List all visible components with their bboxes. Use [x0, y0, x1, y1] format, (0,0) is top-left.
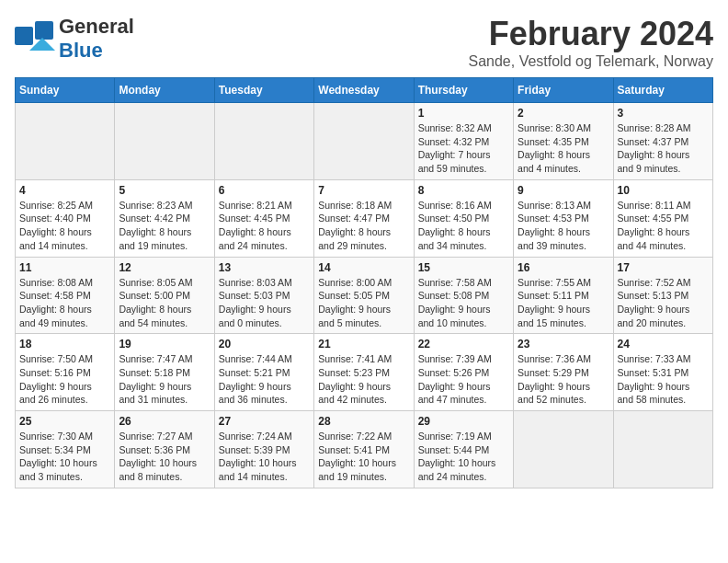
svg-marker-2: [29, 38, 55, 51]
day-number: 6: [219, 184, 310, 197]
day-number: 2: [518, 107, 609, 120]
day-detail: Sunrise: 8:16 AMSunset: 4:50 PMDaylight:…: [418, 199, 509, 253]
day-detail: Sunrise: 8:23 AMSunset: 4:42 PMDaylight:…: [119, 199, 210, 253]
day-detail: Sunrise: 8:30 AMSunset: 4:35 PMDaylight:…: [518, 121, 609, 176]
day-number: 23: [518, 338, 609, 350]
calendar-cell: 9Sunrise: 8:13 AMSunset: 4:53 PMDaylight…: [514, 179, 613, 257]
day-number: 5: [119, 184, 210, 197]
calendar-cell: 21Sunrise: 7:41 AMSunset: 5:23 PMDayligh…: [314, 334, 414, 411]
day-number: 9: [518, 184, 609, 197]
day-number: 15: [418, 261, 509, 274]
calendar-cell: [214, 103, 313, 180]
day-detail: Sunrise: 7:36 AMSunset: 5:29 PMDaylight:…: [518, 352, 609, 407]
month-title: February 2024: [468, 15, 713, 53]
day-detail: Sunrise: 8:03 AMSunset: 5:03 PMDaylight:…: [219, 276, 310, 330]
day-detail: Sunrise: 7:22 AMSunset: 5:41 PMDaylight:…: [318, 430, 409, 484]
day-number: 21: [318, 338, 409, 350]
title-block: February 2024 Sande, Vestfold og Telemar…: [468, 15, 713, 70]
weekday-header-tuesday: Tuesday: [214, 78, 313, 103]
day-number: 18: [19, 338, 110, 350]
weekday-header-friday: Friday: [514, 78, 613, 103]
calendar-cell: 20Sunrise: 7:44 AMSunset: 5:21 PMDayligh…: [214, 334, 313, 411]
weekday-header-monday: Monday: [115, 78, 214, 103]
calendar-cell: 8Sunrise: 8:16 AMSunset: 4:50 PMDaylight…: [414, 179, 513, 257]
day-number: 19: [119, 338, 210, 350]
day-number: 28: [318, 415, 409, 428]
weekday-header-sunday: Sunday: [16, 78, 115, 103]
calendar-cell: 12Sunrise: 8:05 AMSunset: 5:00 PMDayligh…: [115, 257, 214, 334]
day-number: 1: [418, 107, 509, 120]
day-detail: Sunrise: 8:08 AMSunset: 4:58 PMDaylight:…: [19, 276, 110, 330]
calendar-cell: 29Sunrise: 7:19 AMSunset: 5:44 PMDayligh…: [414, 411, 513, 488]
calendar-cell: 5Sunrise: 8:23 AMSunset: 4:42 PMDaylight…: [115, 179, 214, 257]
day-detail: Sunrise: 8:11 AMSunset: 4:55 PMDaylight:…: [618, 199, 709, 253]
day-number: 22: [418, 338, 509, 350]
day-detail: Sunrise: 7:55 AMSunset: 5:11 PMDaylight:…: [518, 276, 609, 330]
day-detail: Sunrise: 8:21 AMSunset: 4:45 PMDaylight:…: [219, 199, 310, 253]
day-number: 4: [19, 184, 110, 197]
day-detail: Sunrise: 8:25 AMSunset: 4:40 PMDaylight:…: [19, 199, 110, 253]
day-number: 13: [219, 261, 310, 274]
day-number: 16: [518, 261, 609, 274]
day-detail: Sunrise: 7:39 AMSunset: 5:26 PMDaylight:…: [418, 352, 509, 407]
calendar-cell: [115, 103, 214, 180]
day-detail: Sunrise: 8:05 AMSunset: 5:00 PMDaylight:…: [119, 276, 210, 330]
day-detail: Sunrise: 8:00 AMSunset: 5:05 PMDaylight:…: [318, 276, 409, 330]
day-number: 26: [119, 415, 210, 428]
day-detail: Sunrise: 8:18 AMSunset: 4:47 PMDaylight:…: [318, 199, 409, 253]
calendar-cell: 1Sunrise: 8:32 AMSunset: 4:32 PMDaylight…: [414, 103, 513, 180]
day-number: 8: [418, 184, 509, 197]
day-detail: Sunrise: 7:50 AMSunset: 5:16 PMDaylight:…: [19, 352, 110, 407]
calendar-cell: [16, 103, 115, 180]
calendar-cell: 16Sunrise: 7:55 AMSunset: 5:11 PMDayligh…: [514, 257, 613, 334]
calendar-cell: 13Sunrise: 8:03 AMSunset: 5:03 PMDayligh…: [214, 257, 313, 334]
calendar-cell: 11Sunrise: 8:08 AMSunset: 4:58 PMDayligh…: [16, 257, 115, 334]
day-number: 17: [618, 261, 709, 274]
calendar-cell: 27Sunrise: 7:24 AMSunset: 5:39 PMDayligh…: [214, 411, 313, 488]
weekday-header-thursday: Thursday: [414, 78, 513, 103]
calendar-cell: 2Sunrise: 8:30 AMSunset: 4:35 PMDaylight…: [514, 103, 613, 180]
calendar-cell: 19Sunrise: 7:47 AMSunset: 5:18 PMDayligh…: [115, 334, 214, 411]
day-number: 10: [618, 184, 709, 197]
weekday-header-wednesday: Wednesday: [314, 78, 414, 103]
header-area: General Blue February 2024 Sande, Vestfo…: [15, 15, 713, 70]
calendar-cell: [314, 103, 414, 180]
calendar-cell: 7Sunrise: 8:18 AMSunset: 4:47 PMDaylight…: [314, 179, 414, 257]
day-number: 11: [19, 261, 110, 274]
day-detail: Sunrise: 7:19 AMSunset: 5:44 PMDaylight:…: [418, 430, 509, 484]
calendar-cell: 18Sunrise: 7:50 AMSunset: 5:16 PMDayligh…: [16, 334, 115, 411]
day-detail: Sunrise: 7:41 AMSunset: 5:23 PMDaylight:…: [318, 352, 409, 407]
weekday-header-saturday: Saturday: [613, 78, 712, 103]
day-detail: Sunrise: 7:30 AMSunset: 5:34 PMDaylight:…: [19, 430, 110, 484]
day-detail: Sunrise: 8:28 AMSunset: 4:37 PMDaylight:…: [618, 121, 709, 176]
day-number: 3: [618, 107, 709, 120]
logo-text: General Blue: [59, 15, 134, 62]
calendar-cell: 25Sunrise: 7:30 AMSunset: 5:34 PMDayligh…: [16, 411, 115, 488]
logo: General Blue: [15, 15, 134, 63]
day-detail: Sunrise: 7:33 AMSunset: 5:31 PMDaylight:…: [618, 352, 709, 407]
calendar-cell: [613, 411, 712, 488]
calendar-cell: 14Sunrise: 8:00 AMSunset: 5:05 PMDayligh…: [314, 257, 414, 334]
calendar-cell: 17Sunrise: 7:52 AMSunset: 5:13 PMDayligh…: [613, 257, 712, 334]
day-number: 29: [418, 415, 509, 428]
calendar-cell: 3Sunrise: 8:28 AMSunset: 4:37 PMDaylight…: [613, 103, 712, 180]
calendar-cell: 23Sunrise: 7:36 AMSunset: 5:29 PMDayligh…: [514, 334, 613, 411]
calendar-cell: [514, 411, 613, 488]
svg-rect-1: [35, 21, 53, 40]
location-title: Sande, Vestfold og Telemark, Norway: [468, 53, 713, 70]
calendar-cell: 6Sunrise: 8:21 AMSunset: 4:45 PMDaylight…: [214, 179, 313, 257]
day-number: 27: [219, 415, 310, 428]
day-number: 20: [219, 338, 310, 350]
day-number: 12: [119, 261, 210, 274]
calendar-cell: 28Sunrise: 7:22 AMSunset: 5:41 PMDayligh…: [314, 411, 414, 488]
day-detail: Sunrise: 7:47 AMSunset: 5:18 PMDaylight:…: [119, 352, 210, 407]
calendar-cell: 15Sunrise: 7:58 AMSunset: 5:08 PMDayligh…: [414, 257, 513, 334]
day-number: 14: [318, 261, 409, 274]
day-detail: Sunrise: 7:24 AMSunset: 5:39 PMDaylight:…: [219, 430, 310, 484]
day-detail: Sunrise: 7:52 AMSunset: 5:13 PMDaylight:…: [618, 276, 709, 330]
svg-rect-0: [15, 27, 33, 45]
day-detail: Sunrise: 7:44 AMSunset: 5:21 PMDaylight:…: [219, 352, 310, 407]
calendar-cell: 26Sunrise: 7:27 AMSunset: 5:36 PMDayligh…: [115, 411, 214, 488]
day-detail: Sunrise: 8:32 AMSunset: 4:32 PMDaylight:…: [418, 121, 509, 176]
day-number: 25: [19, 415, 110, 428]
